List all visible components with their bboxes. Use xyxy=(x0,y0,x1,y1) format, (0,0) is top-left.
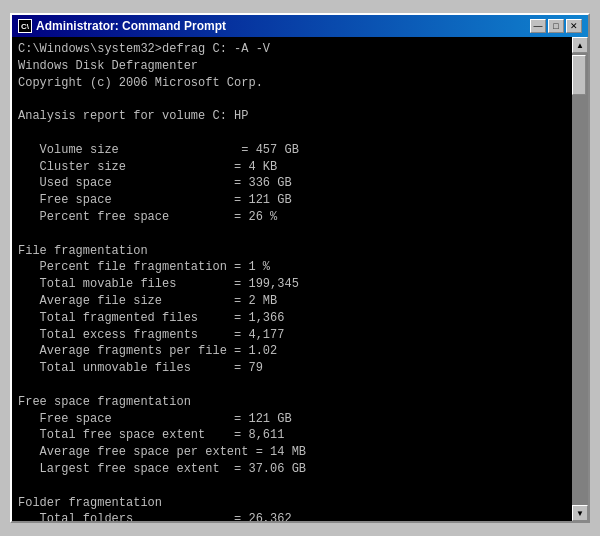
scrollbar-area: C:\Windows\system32>defrag C: -A -V Wind… xyxy=(12,37,588,521)
window-title: Administrator: Command Prompt xyxy=(36,19,226,33)
scroll-down-button[interactable]: ▼ xyxy=(572,505,588,521)
maximize-button[interactable]: □ xyxy=(548,19,564,33)
command-prompt-window: C\ Administrator: Command Prompt — □ ✕ C… xyxy=(10,13,590,523)
minimize-button[interactable]: — xyxy=(530,19,546,33)
scrollbar[interactable]: ▲ ▼ xyxy=(572,37,588,521)
close-button[interactable]: ✕ xyxy=(566,19,582,33)
title-bar: C\ Administrator: Command Prompt — □ ✕ xyxy=(12,15,588,37)
scroll-up-button[interactable]: ▲ xyxy=(572,37,588,53)
title-bar-buttons: — □ ✕ xyxy=(530,19,582,33)
scroll-thumb[interactable] xyxy=(572,55,586,95)
console-output: C:\Windows\system32>defrag C: -A -V Wind… xyxy=(12,37,572,521)
scroll-track[interactable] xyxy=(572,53,588,505)
console-content: C:\Windows\system32>defrag C: -A -V Wind… xyxy=(12,37,572,521)
title-bar-left: C\ Administrator: Command Prompt xyxy=(18,19,226,33)
window-icon: C\ xyxy=(18,19,32,33)
